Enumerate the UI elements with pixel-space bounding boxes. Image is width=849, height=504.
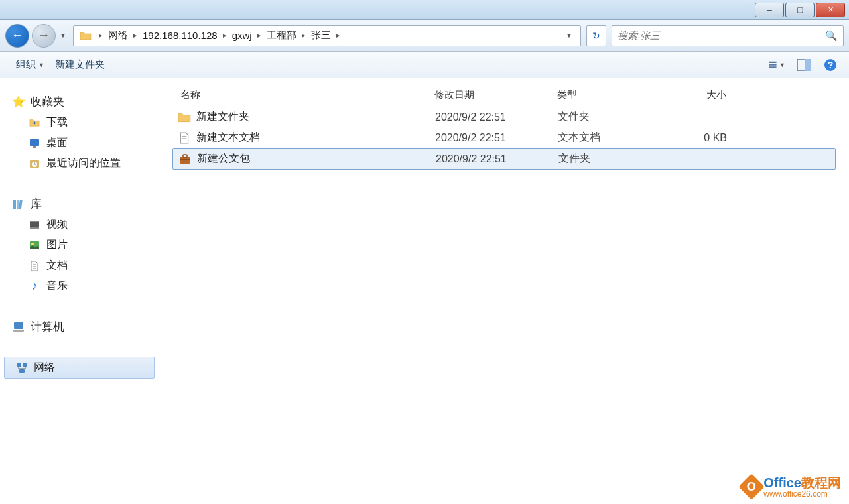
file-row[interactable]: 新建文件夹 2020/9/2 22:51 文件夹 (172, 107, 836, 127)
chevron-right-icon: ▸ (298, 31, 310, 40)
search-icon[interactable]: 🔍 (825, 30, 838, 42)
folder-icon (79, 29, 92, 42)
breadcrumb-item[interactable]: 工程部 (265, 29, 298, 42)
sidebar-item-desktop[interactable]: 桌面 (0, 133, 159, 153)
svg-rect-15 (30, 221, 39, 222)
file-name: 新建文件夹 (196, 110, 435, 124)
column-header-size[interactable]: 大小 (673, 89, 740, 101)
sidebar-item-label: 桌面 (46, 136, 68, 150)
preview-pane-button[interactable] (796, 57, 812, 73)
sidebar-item-documents[interactable]: 文档 (0, 255, 159, 276)
column-header-name[interactable]: 名称 (172, 89, 434, 101)
svg-rect-21 (17, 363, 21, 367)
watermark-title-2: 教程网 (801, 475, 841, 490)
library-icon (12, 198, 25, 211)
file-name: 新建公文包 (197, 152, 436, 166)
history-dropdown[interactable]: ▼ (58, 24, 68, 48)
new-folder-button[interactable]: 新建文件夹 (50, 56, 110, 74)
chevron-right-icon: ▸ (332, 31, 344, 40)
sidebar-item-videos[interactable]: 视频 (0, 214, 159, 235)
sidebar-header-network[interactable]: 网络 (4, 357, 155, 379)
toolbar: 组织 ▼ 新建文件夹 ▼ ? (0, 52, 849, 78)
chevron-down-icon: ▼ (779, 62, 785, 68)
breadcrumb-item[interactable]: 192.168.110.128 (141, 30, 219, 41)
star-icon: ⭐ (12, 95, 25, 109)
sidebar-header-computer[interactable]: 计算机 (0, 316, 159, 337)
file-name: 新建文本文档 (196, 131, 435, 145)
svg-rect-20 (13, 330, 24, 332)
organize-label: 组织 (16, 58, 36, 71)
chevron-right-icon: ▸ (219, 31, 231, 40)
breadcrumb-item[interactable]: 张三 (310, 29, 332, 42)
desktop-icon (28, 137, 41, 150)
watermark-url: www.office26.com (763, 490, 841, 499)
svg-rect-22 (23, 363, 27, 367)
navigation-bar: ← → ▼ ▸ 网络 ▸ 192.168.110.128 ▸ gxwj ▸ 工程… (0, 20, 849, 52)
svg-rect-4 (805, 59, 811, 71)
sidebar-group-favorites: ⭐ 收藏夹 下载 桌面 最近访问的位置 (0, 92, 159, 174)
search-box[interactable]: 🔍 (612, 25, 844, 46)
breadcrumb-dropdown[interactable]: ▼ (560, 32, 578, 39)
file-type: 文件夹 (558, 110, 674, 124)
network-icon (15, 361, 29, 375)
sidebar: ⭐ 收藏夹 下载 桌面 最近访问的位置 库 视频 (0, 78, 159, 504)
sidebar-group-network: 网络 (0, 357, 159, 379)
refresh-button[interactable]: ↻ (586, 25, 606, 46)
forward-button[interactable]: → (32, 24, 56, 48)
breadcrumb[interactable]: ▸ 网络 ▸ 192.168.110.128 ▸ gxwj ▸ 工程部 ▸ 张三… (73, 25, 581, 46)
picture-icon (28, 239, 41, 252)
file-date: 2020/9/2 22:51 (435, 111, 558, 123)
arrow-right-icon: → (38, 29, 50, 42)
svg-rect-16 (30, 227, 39, 229)
maximize-button[interactable]: ▢ (785, 3, 815, 17)
minimize-button[interactable]: ─ (755, 3, 784, 17)
svg-rect-19 (14, 322, 23, 329)
folder-icon (176, 111, 192, 124)
svg-rect-25 (183, 155, 187, 157)
file-row[interactable]: 新建文本文档 2020/9/2 22:51 文本文档 0 KB (172, 127, 836, 148)
svg-rect-26 (180, 159, 190, 160)
sidebar-item-label: 音乐 (46, 279, 68, 293)
organize-menu[interactable]: 组织 ▼ (11, 56, 50, 74)
video-icon (28, 218, 41, 231)
svg-point-18 (31, 243, 34, 245)
sidebar-item-label: 下载 (46, 115, 68, 129)
sidebar-item-music[interactable]: ♪ 音乐 (0, 276, 159, 296)
sidebar-header-libraries[interactable]: 库 (0, 194, 159, 214)
svg-rect-1 (769, 64, 777, 65)
sidebar-item-label: 视频 (46, 218, 68, 231)
breadcrumb-item[interactable]: 网络 (107, 29, 129, 42)
file-date: 2020/9/2 22:51 (435, 132, 558, 144)
main-area: ⭐ 收藏夹 下载 桌面 最近访问的位置 库 视频 (0, 78, 849, 504)
sidebar-header-label: 网络 (34, 361, 55, 375)
svg-rect-7 (30, 139, 39, 146)
watermark-icon: O (739, 474, 765, 501)
close-button[interactable]: ✕ (816, 3, 845, 17)
help-button[interactable]: ? (822, 57, 838, 73)
svg-rect-2 (769, 66, 777, 68)
column-header-date[interactable]: 修改日期 (434, 89, 557, 101)
svg-rect-8 (33, 146, 36, 148)
watermark: O Office教程网 www.office26.com (742, 475, 841, 499)
column-header-type[interactable]: 类型 (557, 89, 673, 101)
window-titlebar: ─ ▢ ✕ (0, 0, 849, 20)
back-button[interactable]: ← (5, 24, 29, 48)
file-type: 文件夹 (558, 152, 675, 166)
file-row[interactable]: 新建公文包 2020/9/2 22:51 文件夹 (172, 148, 836, 170)
sidebar-item-pictures[interactable]: 图片 (0, 235, 159, 255)
breadcrumb-item[interactable]: gxwj (231, 30, 253, 41)
sidebar-group-computer: 计算机 (0, 316, 159, 337)
refresh-icon: ↻ (592, 31, 600, 41)
view-options-button[interactable]: ▼ (769, 57, 785, 73)
recent-icon (28, 157, 41, 170)
briefcase-icon (177, 153, 193, 166)
sidebar-header-favorites[interactable]: ⭐ 收藏夹 (0, 92, 159, 112)
svg-text:?: ? (828, 60, 834, 70)
new-folder-label: 新建文件夹 (55, 58, 105, 71)
chevron-right-icon: ▸ (95, 31, 107, 40)
sidebar-item-recent[interactable]: 最近访问的位置 (0, 153, 159, 174)
file-type: 文本文档 (558, 131, 674, 145)
search-input[interactable] (618, 30, 825, 41)
sidebar-item-downloads[interactable]: 下载 (0, 112, 159, 133)
document-icon (28, 259, 41, 273)
